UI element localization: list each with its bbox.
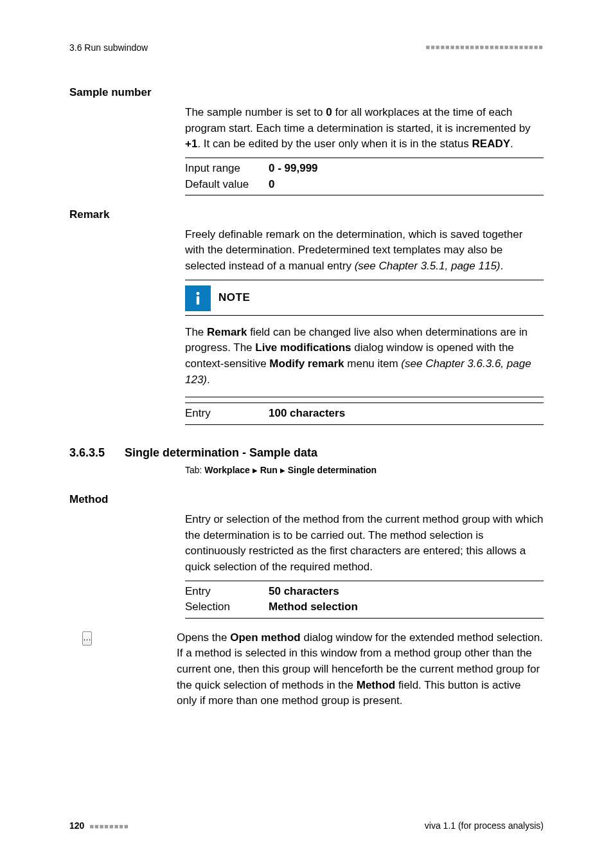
section-heading: 3.6.3.5 Single determination - Sample da… — [69, 444, 544, 461]
table-row: Default value 0 — [185, 177, 544, 193]
spec-label: Input range — [185, 161, 269, 177]
text: . — [501, 260, 504, 272]
chevron-right-icon: ▶ — [280, 467, 285, 474]
text: The — [185, 326, 207, 338]
text-bold: Live modifications — [255, 341, 351, 354]
text-bold: Remark — [207, 326, 247, 338]
spec-label: Default value — [185, 177, 269, 193]
sample-number-spec-table: Input range 0 - 99,999 Default value 0 — [185, 158, 544, 195]
breadcrumb: Tab: Workplace ▶ Run ▶ Single determinat… — [185, 464, 544, 476]
table-row: Input range 0 - 99,999 — [185, 161, 544, 177]
text: Opens the — [177, 631, 230, 644]
text: The sample number is set to — [185, 106, 326, 118]
footer-right-text: viva 1.1 (for process analysis) — [425, 819, 544, 832]
text: . — [207, 374, 210, 386]
cross-reference: (see Chapter 3.5.1, page 115) — [355, 260, 501, 272]
table-row: Entry 100 characters — [185, 406, 544, 422]
text-bold: READY — [472, 138, 511, 150]
text: menu item — [344, 357, 402, 370]
spec-value: Method selection — [269, 599, 544, 615]
heading-remark: Remark — [69, 207, 544, 223]
chevron-right-icon: ▶ — [253, 467, 258, 474]
section-title: Single determination - Sample data — [125, 444, 317, 461]
heading-method: Method — [69, 492, 544, 508]
spec-value: 50 characters — [269, 584, 544, 600]
text-bold: Modify remark — [269, 357, 344, 370]
svg-point-0 — [197, 292, 200, 295]
spec-label: Selection — [185, 599, 269, 615]
note-header: NOTE — [185, 285, 544, 316]
page-number-block: 120 ■■■■■■■■ — [69, 819, 129, 832]
remark-spec-table: Entry 100 characters — [185, 402, 544, 425]
ellipsis-button[interactable]: … — [82, 631, 92, 646]
text-bold: +1 — [185, 138, 197, 150]
header-ornament: ■■■■■■■■■■■■■■■■■■■■■■■■ — [426, 42, 544, 53]
spec-label: Entry — [185, 406, 269, 422]
spec-value: 0 - 99,999 — [269, 161, 544, 177]
breadcrumb-item: Workplace — [204, 465, 250, 475]
open-method-row: … Opens the Open method dialog window fo… — [69, 630, 544, 714]
spec-value: 100 characters — [269, 406, 544, 422]
page-number: 120 — [69, 820, 84, 831]
tab-label: Tab: — [185, 465, 204, 475]
note-title: NOTE — [218, 290, 250, 306]
breadcrumb-item: Run — [260, 465, 278, 475]
note-body: The Remark field can be changed live als… — [185, 325, 544, 388]
sample-number-paragraph: The sample number is set to 0 for all wo… — [185, 105, 544, 152]
text: . It can be edited by the user only when… — [197, 138, 472, 150]
note-block: NOTE The Remark field can be changed liv… — [185, 280, 544, 398]
section-number: 3.6.3.5 — [69, 444, 111, 461]
method-spec-table: Entry 50 characters Selection Method sel… — [185, 581, 544, 619]
text-bold: Method — [357, 679, 395, 691]
info-icon — [185, 285, 211, 311]
table-row: Entry 50 characters — [185, 584, 544, 600]
breadcrumb-item: Single determination — [288, 465, 377, 475]
svg-rect-1 — [197, 296, 199, 304]
spec-label: Entry — [185, 584, 269, 600]
spec-value: 0 — [269, 177, 544, 193]
text: . — [510, 138, 513, 150]
table-row: Selection Method selection — [185, 599, 544, 615]
footer-ornament: ■■■■■■■■ — [87, 822, 129, 830]
text-bold: 0 — [326, 106, 332, 118]
remark-paragraph: Freely definable remark on the determina… — [185, 227, 544, 275]
method-paragraph: Entry or selection of the method from th… — [185, 512, 544, 575]
text-bold: Open method — [230, 631, 301, 644]
heading-sample-number: Sample number — [69, 85, 544, 101]
open-method-paragraph: Opens the Open method dialog window for … — [177, 630, 544, 709]
header-section-ref: 3.6 Run subwindow — [69, 41, 148, 54]
page-header: 3.6 Run subwindow ■■■■■■■■■■■■■■■■■■■■■■… — [69, 41, 544, 54]
page-footer: 120 ■■■■■■■■ viva 1.1 (for process analy… — [69, 819, 544, 832]
